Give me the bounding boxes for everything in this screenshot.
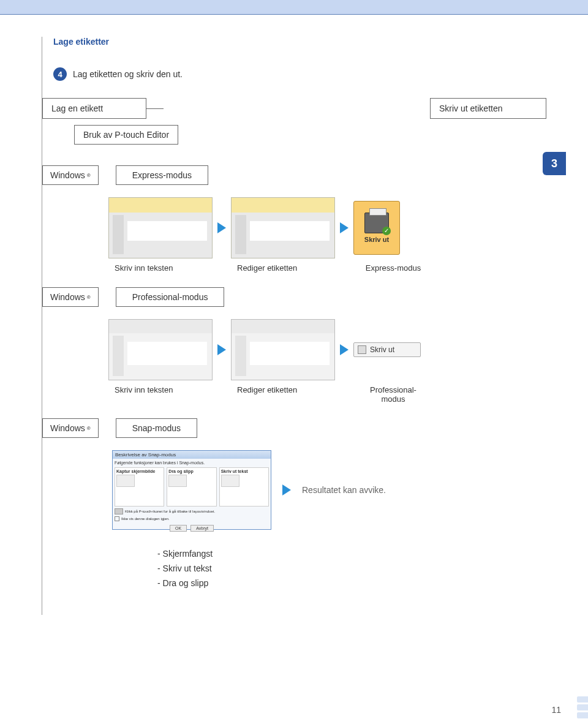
bullet-screencapture: - Skjermfangst — [157, 547, 546, 562]
dialog-title: Beskrivelse av Snap-modus — [113, 451, 271, 459]
print-small-label: Skriv ut — [370, 345, 394, 354]
index-tab — [577, 704, 588, 710]
editor-row: Bruk av P-touch Editor — [57, 125, 546, 145]
windows-express-row: Windows® Express-modus — [42, 165, 546, 185]
os-text: Windows — [50, 170, 85, 180]
os-reg: ® — [87, 426, 91, 431]
professional-captions: Skriv inn teksten Rediger etiketten Prof… — [115, 385, 546, 404]
result-note: Resultatet kan avvike. — [302, 485, 386, 495]
print-big-button[interactable]: ✓ Skriv ut — [353, 201, 400, 255]
top-band — [0, 0, 588, 15]
hint-icon — [115, 508, 123, 514]
express-captions: Skriv inn teksten Rediger etiketten Expr… — [115, 263, 546, 273]
professional-screenshot-2 — [231, 319, 335, 380]
bullet-drag-drop: - Dra og slipp — [157, 576, 546, 591]
arrow-icon — [282, 484, 291, 495]
panel1-title: Kaptur skjermbilde — [116, 469, 162, 473]
os-text: Windows — [50, 292, 85, 302]
panel3-title: Skriv ut tekst — [221, 469, 267, 473]
dialog-desc: Følgende funksjoner kan brukes i Snap-mo… — [115, 461, 269, 465]
printer-icon: ✓ — [364, 213, 389, 233]
dialog-panels: Kaptur skjermbilde Dra og slipp Skriv ut… — [115, 467, 269, 507]
os-reg: ® — [87, 173, 91, 178]
express-screenshot-1 — [108, 197, 213, 258]
arrow-icon — [340, 222, 349, 233]
index-tab — [577, 696, 588, 703]
caption-express-mode: Express-modus — [360, 263, 427, 273]
caption-enter-text: Skriv inn teksten — [115, 385, 237, 404]
dialog-cancel-button[interactable]: Avbryt — [190, 525, 214, 532]
arrow-icon — [217, 222, 226, 233]
dialog-panel-3: Skriv ut tekst — [219, 467, 269, 507]
arrow-icon — [340, 344, 349, 355]
os-label: Windows® — [42, 287, 99, 307]
panel-thumb — [221, 475, 239, 487]
page-number: 11 — [551, 705, 561, 715]
step-text: Lag etiketten og skriv den ut. — [73, 69, 183, 79]
connector — [146, 108, 164, 109]
os-label: Windows® — [42, 165, 99, 185]
printer-icon — [358, 345, 366, 354]
professional-screenshot-1 — [108, 319, 213, 380]
arrow-icon — [217, 344, 226, 355]
professional-mode-box: Professional-modus — [116, 287, 225, 307]
hint-text: Klikk på P-touch-ikonet for å gå tilbake… — [125, 510, 215, 513]
os-reg: ® — [87, 295, 91, 300]
bullet-print-text: - Skriv ut tekst — [157, 562, 546, 576]
dialog-ok-button[interactable]: OK — [170, 525, 187, 532]
snap-mode-box: Snap-modus — [116, 418, 197, 438]
dialog-buttons: OK Avbryt — [115, 525, 269, 532]
print-label-box: Skriv ut etiketten — [430, 98, 546, 119]
os-text: Windows — [50, 423, 85, 433]
windows-professional-row: Windows® Professional-modus — [42, 287, 546, 307]
use-editor-box: Bruk av P-touch Editor — [74, 125, 178, 145]
print-big-label: Skriv ut — [364, 236, 389, 243]
section-title: Lage etiketter — [53, 37, 546, 47]
caption-edit-label: Rediger etiketten — [237, 263, 360, 273]
caption-professional-mode: Professional-modus — [360, 385, 427, 404]
professional-strip: Skriv ut — [108, 319, 546, 380]
chapter-tab: 3 — [543, 152, 566, 175]
panel-thumb — [116, 475, 135, 487]
os-label: Windows® — [42, 418, 99, 438]
caption-enter-text: Skriv inn teksten — [115, 263, 237, 273]
panel2-title: Dra og slipp — [168, 469, 214, 473]
create-print-row: Lag en etikett Skriv ut etiketten — [42, 98, 546, 119]
show-again-text: Ikke vis denne dialogen igjen. — [121, 517, 170, 521]
step-number-badge: 4 — [53, 67, 67, 81]
snap-dialog: Beskrivelse av Snap-modus Følgende funks… — [112, 450, 271, 530]
bottom-index-tabs — [577, 696, 588, 718]
content-area: Lage etiketter 4 Lag etiketten og skriv … — [42, 37, 546, 615]
panel-thumb — [168, 475, 187, 487]
create-label-box: Lag en etikett — [42, 98, 146, 119]
print-small-button[interactable]: Skriv ut — [353, 342, 421, 357]
express-strip: ✓ Skriv ut — [108, 197, 546, 258]
dialog-panel-1: Kaptur skjermbilde — [115, 467, 164, 507]
feature-bullets: - Skjermfangst - Skriv ut tekst - Dra og… — [157, 547, 546, 590]
express-screenshot-2 — [231, 197, 335, 258]
dialog-panel-2: Dra og slipp — [167, 467, 216, 507]
dialog-show-again: Ikke vis denne dialogen igjen. — [115, 516, 269, 521]
snap-result-row: Beskrivelse av Snap-modus Følgende funks… — [112, 450, 546, 530]
windows-snap-row: Windows® Snap-modus — [42, 418, 546, 438]
checkbox-icon[interactable] — [115, 516, 119, 521]
index-tab — [577, 712, 588, 718]
express-mode-box: Express-modus — [116, 165, 208, 185]
caption-edit-label: Rediger etiketten — [237, 385, 360, 404]
dialog-hint: Klikk på P-touch-ikonet for å gå tilbake… — [115, 508, 269, 514]
step-row: 4 Lag etiketten og skriv den ut. — [53, 67, 546, 81]
